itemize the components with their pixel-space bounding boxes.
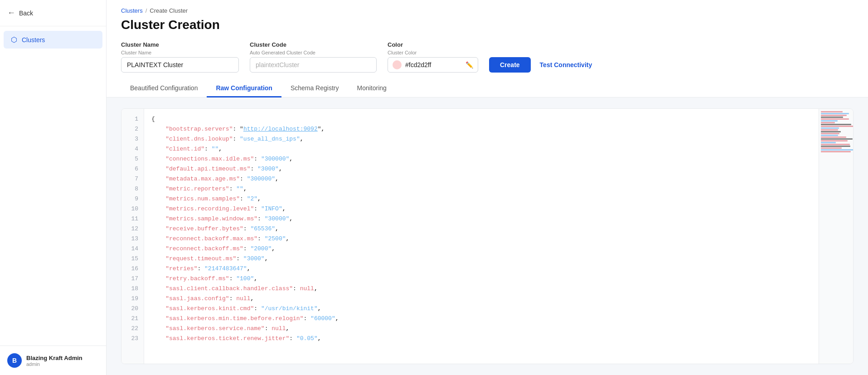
test-connectivity-button[interactable]: Test Connectivity	[538, 57, 594, 73]
line-number: 17	[121, 274, 144, 284]
code-line: "sasl.client.callback.handler.class": nu…	[151, 284, 811, 294]
cluster-name-sublabel: Cluster Name	[121, 50, 239, 55]
line-number: 19	[121, 294, 144, 304]
cluster-code-group: Cluster Code Auto Generated Cluster Code	[250, 41, 377, 73]
cluster-code-sublabel: Auto Generated Cluster Code	[250, 50, 377, 55]
color-value: #fcd2d2ff	[405, 61, 462, 68]
code-line: {	[151, 114, 811, 124]
code-line: "sasl.kerberos.service.name": null,	[151, 324, 811, 334]
minimap-line	[821, 115, 847, 116]
tab-schema[interactable]: Schema Registry	[281, 80, 348, 97]
code-line: "metadata.max.age.ms": "300000",	[151, 174, 811, 184]
line-number: 21	[121, 314, 144, 324]
minimap-line	[821, 142, 836, 143]
tab-monitoring[interactable]: Monitoring	[348, 80, 395, 97]
code-container: 1234567891011121314151617181920212223 { …	[107, 97, 868, 375]
code-line: "sasl.kerberos.kinit.cmd": "/usr/bin/kin…	[151, 304, 811, 314]
minimap-line	[821, 140, 848, 141]
minimap-line	[821, 129, 838, 131]
minimap-content	[819, 109, 853, 155]
main-content: Clusters / Create Cluster Cluster Creati…	[107, 0, 868, 375]
color-group: Color Cluster Color #fcd2d2ff ✏️	[388, 41, 478, 73]
line-number: 8	[121, 184, 144, 194]
edit-color-icon[interactable]: ✏️	[466, 61, 473, 68]
code-line: "receive.buffer.bytes": "65536",	[151, 224, 811, 234]
line-number: 11	[121, 214, 144, 224]
clusters-icon: ⬡	[11, 35, 17, 44]
sidebar-item-label: Clusters	[22, 36, 45, 44]
minimap-line	[821, 147, 842, 149]
minimap-line	[821, 117, 843, 118]
code-line: "retries": "2147483647",	[151, 264, 811, 274]
back-button[interactable]: ← Back	[0, 0, 106, 26]
line-number: 3	[121, 134, 144, 144]
back-label: Back	[19, 10, 33, 17]
minimap-line	[821, 144, 850, 145]
code-line: "metrics.num.samples": "2",	[151, 194, 811, 204]
line-number: 10	[121, 204, 144, 214]
code-line: "retry.backoff.ms": "100",	[151, 274, 811, 284]
code-lines: 1234567891011121314151617181920212223 { …	[121, 109, 819, 364]
line-number: 5	[121, 154, 144, 164]
line-number: 9	[121, 194, 144, 204]
page-title: Cluster Creation	[121, 18, 853, 32]
line-number: 18	[121, 284, 144, 294]
code-line: "request.timeout.ms": "3000",	[151, 254, 811, 264]
breadcrumb-link-clusters[interactable]: Clusters	[121, 7, 143, 14]
color-sublabel: Cluster Color	[388, 50, 478, 55]
code-line: "connections.max.idle.ms": "300000",	[151, 154, 811, 164]
tabs: Beautified Configuration Raw Configurati…	[121, 80, 853, 97]
line-number: 15	[121, 254, 144, 264]
minimap-line	[821, 122, 835, 123]
line-numbers: 1234567891011121314151617181920212223	[121, 109, 144, 364]
minimap-line	[821, 146, 850, 147]
minimap-line	[821, 131, 841, 132]
line-number: 2	[121, 124, 144, 134]
sidebar: ← Back ⬡ Clusters B Blazing Kraft Admin …	[0, 0, 107, 375]
cluster-name-label: Cluster Name	[121, 41, 239, 48]
line-number: 14	[121, 244, 144, 254]
create-button[interactable]: Create	[489, 57, 531, 73]
code-line: "sasl.kerberos.ticket.renew.jitter": "0.…	[151, 334, 811, 344]
action-row: Create Test Connectivity	[489, 57, 594, 73]
color-input-row[interactable]: #fcd2d2ff ✏️	[388, 57, 478, 73]
tab-raw[interactable]: Raw Configuration	[207, 80, 281, 97]
minimap-line	[821, 124, 851, 125]
cluster-name-input[interactable]	[121, 57, 239, 73]
line-number: 1	[121, 114, 144, 124]
cluster-code-input[interactable]	[250, 57, 377, 73]
color-label: Color	[388, 41, 478, 48]
line-number: 12	[121, 224, 144, 234]
minimap-line	[821, 133, 839, 134]
line-number: 13	[121, 234, 144, 244]
code-line: "client.id": "",	[151, 144, 811, 154]
minimap	[819, 109, 853, 364]
cluster-code-label: Cluster Code	[250, 41, 377, 48]
minimap-line	[821, 149, 853, 151]
code-line: "sasl.jaas.config": null,	[151, 294, 811, 304]
avatar: B	[7, 353, 22, 368]
line-number: 6	[121, 164, 144, 174]
minimap-line	[821, 151, 851, 152]
code-line: "sasl.kerberos.min.time.before.relogin":…	[151, 314, 811, 324]
code-line: "metric.reporters": "",	[151, 184, 811, 194]
top-area: Clusters / Create Cluster Cluster Creati…	[107, 0, 868, 97]
code-editor[interactable]: 1234567891011121314151617181920212223 { …	[121, 108, 853, 364]
sidebar-item-clusters[interactable]: ⬡ Clusters	[4, 31, 102, 49]
line-number: 4	[121, 144, 144, 154]
minimap-line	[821, 135, 838, 136]
line-number: 22	[121, 324, 144, 334]
sidebar-nav: ⬡ Clusters	[0, 26, 106, 346]
breadcrumb: Clusters / Create Cluster	[121, 7, 853, 14]
breadcrumb-current: Create Cluster	[150, 7, 188, 14]
user-info: Blazing Kraft Admin admin	[26, 355, 82, 367]
user-role: admin	[26, 361, 82, 367]
tab-beautified[interactable]: Beautified Configuration	[121, 80, 207, 97]
back-arrow-icon: ←	[7, 8, 15, 18]
code-content[interactable]: { "bootstrap.servers": "http://localhost…	[144, 109, 819, 364]
cluster-name-group: Cluster Name Cluster Name	[121, 41, 239, 73]
minimap-line	[821, 118, 849, 120]
code-line: "metrics.recording.level": "INFO",	[151, 204, 811, 214]
code-line: "bootstrap.servers": "http://localhost:9…	[151, 124, 811, 134]
line-number: 23	[121, 334, 144, 344]
